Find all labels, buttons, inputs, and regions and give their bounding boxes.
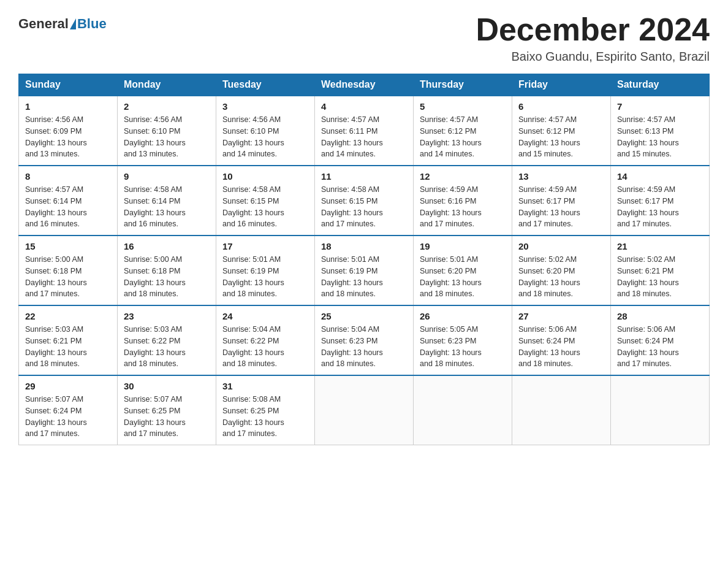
calendar-cell: 3Sunrise: 4:56 AMSunset: 6:10 PMDaylight… [216, 96, 315, 166]
calendar-table: SundayMondayTuesdayWednesdayThursdayFrid… [18, 74, 710, 445]
calendar-cell: 25Sunrise: 5:04 AMSunset: 6:23 PMDayligh… [315, 305, 414, 375]
calendar-cell [414, 375, 512, 445]
day-number: 13 [518, 171, 604, 182]
day-number: 21 [617, 241, 703, 251]
calendar-cell: 6Sunrise: 4:57 AMSunset: 6:12 PMDaylight… [512, 96, 611, 166]
calendar-body: 1Sunrise: 4:56 AMSunset: 6:09 PMDaylight… [19, 96, 710, 445]
calendar-week-5: 29Sunrise: 5:07 AMSunset: 6:24 PMDayligh… [19, 375, 710, 445]
calendar-cell: 18Sunrise: 5:01 AMSunset: 6:19 PMDayligh… [315, 236, 414, 305]
calendar-cell: 28Sunrise: 5:06 AMSunset: 6:24 PMDayligh… [611, 305, 710, 375]
column-header-saturday: Saturday [611, 74, 710, 96]
calendar-cell: 31Sunrise: 5:08 AMSunset: 6:25 PMDayligh… [216, 375, 315, 445]
day-number: 18 [321, 241, 407, 251]
logo-blue-text: Blue [77, 16, 107, 32]
calendar-cell: 19Sunrise: 5:01 AMSunset: 6:20 PMDayligh… [414, 236, 512, 305]
title-block: December 2024 Baixo Guandu, Espirito San… [476, 12, 710, 64]
day-number: 15 [25, 241, 111, 251]
day-number: 27 [518, 311, 604, 321]
day-info: Sunrise: 4:56 AMSunset: 6:10 PMDaylight:… [124, 114, 210, 160]
calendar-week-4: 22Sunrise: 5:03 AMSunset: 6:21 PMDayligh… [19, 305, 710, 375]
calendar-cell: 22Sunrise: 5:03 AMSunset: 6:21 PMDayligh… [19, 305, 118, 375]
logo-triangle-icon [70, 18, 76, 29]
day-info: Sunrise: 4:58 AMSunset: 6:15 PMDaylight:… [222, 184, 308, 230]
day-info: Sunrise: 4:57 AMSunset: 6:14 PMDaylight:… [25, 184, 111, 230]
day-info: Sunrise: 5:02 AMSunset: 6:20 PMDaylight:… [518, 254, 604, 300]
day-number: 20 [518, 241, 604, 251]
calendar-cell: 9Sunrise: 4:58 AMSunset: 6:14 PMDaylight… [118, 166, 216, 236]
day-number: 4 [321, 101, 407, 112]
calendar-cell [315, 375, 414, 445]
day-info: Sunrise: 5:04 AMSunset: 6:22 PMDaylight:… [222, 324, 308, 370]
day-info: Sunrise: 5:05 AMSunset: 6:23 PMDaylight:… [420, 324, 506, 370]
calendar-cell: 26Sunrise: 5:05 AMSunset: 6:23 PMDayligh… [414, 305, 512, 375]
day-info: Sunrise: 5:06 AMSunset: 6:24 PMDaylight:… [518, 324, 604, 370]
day-info: Sunrise: 4:57 AMSunset: 6:11 PMDaylight:… [321, 114, 407, 160]
calendar-cell: 13Sunrise: 4:59 AMSunset: 6:17 PMDayligh… [512, 166, 611, 236]
day-info: Sunrise: 5:03 AMSunset: 6:21 PMDaylight:… [25, 324, 111, 370]
calendar-cell: 24Sunrise: 5:04 AMSunset: 6:22 PMDayligh… [216, 305, 315, 375]
calendar-week-2: 8Sunrise: 4:57 AMSunset: 6:14 PMDaylight… [19, 166, 710, 236]
day-number: 22 [25, 311, 111, 321]
calendar-cell: 4Sunrise: 4:57 AMSunset: 6:11 PMDaylight… [315, 96, 414, 166]
logo: General Blue [18, 12, 107, 32]
day-number: 17 [222, 241, 308, 251]
calendar-cell: 23Sunrise: 5:03 AMSunset: 6:22 PMDayligh… [118, 305, 216, 375]
calendar-cell: 15Sunrise: 5:00 AMSunset: 6:18 PMDayligh… [19, 236, 118, 305]
page-header: General Blue December 2024 Baixo Guandu,… [18, 12, 710, 64]
day-number: 16 [124, 241, 210, 251]
day-info: Sunrise: 5:01 AMSunset: 6:20 PMDaylight:… [420, 254, 506, 300]
calendar-cell [512, 375, 611, 445]
calendar-cell: 10Sunrise: 4:58 AMSunset: 6:15 PMDayligh… [216, 166, 315, 236]
day-info: Sunrise: 5:01 AMSunset: 6:19 PMDaylight:… [321, 254, 407, 300]
calendar-cell: 17Sunrise: 5:01 AMSunset: 6:19 PMDayligh… [216, 236, 315, 305]
day-info: Sunrise: 4:57 AMSunset: 6:12 PMDaylight:… [518, 114, 604, 160]
day-number: 14 [617, 171, 703, 182]
day-number: 19 [420, 241, 506, 251]
calendar-cell: 11Sunrise: 4:58 AMSunset: 6:15 PMDayligh… [315, 166, 414, 236]
calendar-cell: 30Sunrise: 5:07 AMSunset: 6:25 PMDayligh… [118, 375, 216, 445]
location-subtitle: Baixo Guandu, Espirito Santo, Brazil [476, 50, 710, 64]
calendar-header: SundayMondayTuesdayWednesdayThursdayFrid… [19, 74, 710, 96]
calendar-cell: 29Sunrise: 5:07 AMSunset: 6:24 PMDayligh… [19, 375, 118, 445]
column-header-wednesday: Wednesday [315, 74, 414, 96]
calendar-week-3: 15Sunrise: 5:00 AMSunset: 6:18 PMDayligh… [19, 236, 710, 305]
day-info: Sunrise: 4:59 AMSunset: 6:17 PMDaylight:… [617, 184, 703, 230]
day-number: 28 [617, 311, 703, 321]
day-info: Sunrise: 5:00 AMSunset: 6:18 PMDaylight:… [124, 254, 210, 300]
calendar-cell: 7Sunrise: 4:57 AMSunset: 6:13 PMDaylight… [611, 96, 710, 166]
column-header-tuesday: Tuesday [216, 74, 315, 96]
day-info: Sunrise: 5:04 AMSunset: 6:23 PMDaylight:… [321, 324, 407, 370]
day-info: Sunrise: 5:07 AMSunset: 6:25 PMDaylight:… [124, 394, 210, 440]
calendar-cell: 16Sunrise: 5:00 AMSunset: 6:18 PMDayligh… [118, 236, 216, 305]
day-number: 26 [420, 311, 506, 321]
day-number: 11 [321, 171, 407, 182]
column-header-friday: Friday [512, 74, 611, 96]
day-number: 23 [124, 311, 210, 321]
day-number: 5 [420, 101, 506, 112]
calendar-cell: 27Sunrise: 5:06 AMSunset: 6:24 PMDayligh… [512, 305, 611, 375]
day-number: 10 [222, 171, 308, 182]
day-info: Sunrise: 5:07 AMSunset: 6:24 PMDaylight:… [25, 394, 111, 440]
column-header-monday: Monday [118, 74, 216, 96]
day-info: Sunrise: 4:57 AMSunset: 6:13 PMDaylight:… [617, 114, 703, 160]
month-title: December 2024 [476, 12, 710, 47]
column-header-thursday: Thursday [414, 74, 512, 96]
day-info: Sunrise: 5:02 AMSunset: 6:21 PMDaylight:… [617, 254, 703, 300]
day-info: Sunrise: 4:56 AMSunset: 6:10 PMDaylight:… [222, 114, 308, 160]
day-number: 8 [25, 171, 111, 182]
day-number: 30 [124, 381, 210, 391]
calendar-cell: 2Sunrise: 4:56 AMSunset: 6:10 PMDaylight… [118, 96, 216, 166]
day-info: Sunrise: 5:03 AMSunset: 6:22 PMDaylight:… [124, 324, 210, 370]
day-number: 31 [222, 381, 308, 391]
day-info: Sunrise: 5:00 AMSunset: 6:18 PMDaylight:… [25, 254, 111, 300]
calendar-cell: 21Sunrise: 5:02 AMSunset: 6:21 PMDayligh… [611, 236, 710, 305]
day-number: 12 [420, 171, 506, 182]
day-number: 9 [124, 171, 210, 182]
day-info: Sunrise: 4:57 AMSunset: 6:12 PMDaylight:… [420, 114, 506, 160]
day-info: Sunrise: 4:56 AMSunset: 6:09 PMDaylight:… [25, 114, 111, 160]
calendar-week-1: 1Sunrise: 4:56 AMSunset: 6:09 PMDaylight… [19, 96, 710, 166]
calendar-cell: 8Sunrise: 4:57 AMSunset: 6:14 PMDaylight… [19, 166, 118, 236]
day-info: Sunrise: 4:59 AMSunset: 6:17 PMDaylight:… [518, 184, 604, 230]
calendar-cell: 14Sunrise: 4:59 AMSunset: 6:17 PMDayligh… [611, 166, 710, 236]
calendar-cell [611, 375, 710, 445]
